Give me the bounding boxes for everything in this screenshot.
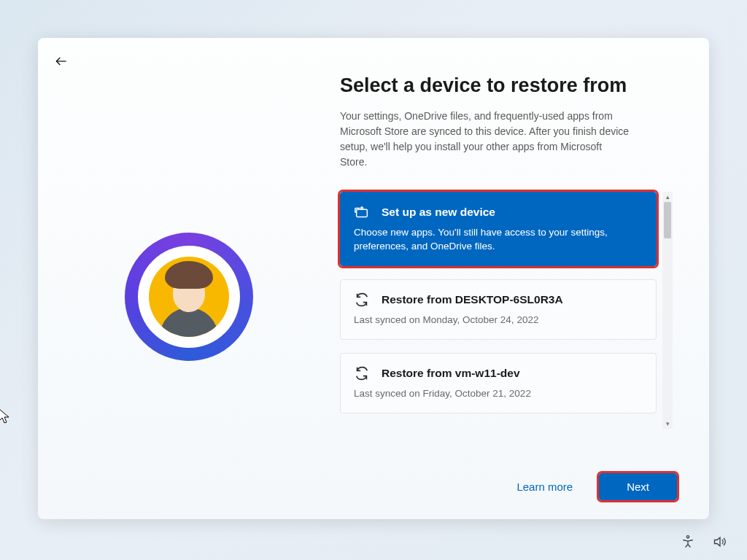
next-button[interactable]: Next xyxy=(599,473,677,500)
page-title: Select a device to restore from xyxy=(340,74,673,97)
scroll-up-icon[interactable]: ▴ xyxy=(666,192,670,202)
volume-button[interactable] xyxy=(712,534,728,550)
content-area: Select a device to restore from Your set… xyxy=(38,38,709,519)
taskbar-tray xyxy=(680,534,728,550)
svg-point-3 xyxy=(686,536,689,538)
option-title: Restore from DESKTOP-6SL0R3A xyxy=(382,293,563,306)
option-new-device[interactable]: Set up as new device Choose new apps. Yo… xyxy=(340,192,657,266)
setup-window: Select a device to restore from Your set… xyxy=(38,38,709,519)
device-options-list: Set up as new device Choose new apps. Yo… xyxy=(340,192,659,429)
illustration-pane xyxy=(38,74,340,519)
learn-more-link[interactable]: Learn more xyxy=(516,481,573,493)
option-title: Restore from vm-w11-dev xyxy=(382,367,520,380)
sync-icon xyxy=(354,292,370,308)
option-desc: Choose new apps. You'll still have acces… xyxy=(354,226,643,254)
accessibility-icon xyxy=(681,534,695,549)
sync-icon xyxy=(354,365,370,381)
svg-marker-4 xyxy=(715,537,721,546)
form-pane: Select a device to restore from Your set… xyxy=(340,74,709,519)
svg-rect-1 xyxy=(357,209,368,217)
option-desc: Last synced on Monday, October 24, 2022 xyxy=(354,314,643,327)
scroll-down-icon[interactable]: ▾ xyxy=(666,419,670,429)
new-device-icon xyxy=(354,204,370,220)
avatar xyxy=(125,233,253,361)
page-subtext: Your settings, OneDrive files, and frequ… xyxy=(340,109,632,170)
options-area: Set up as new device Choose new apps. Yo… xyxy=(340,192,673,429)
option-restore-vm[interactable]: Restore from vm-w11-dev Last synced on F… xyxy=(340,353,657,413)
option-desc: Last synced on Friday, October 21, 2022 xyxy=(354,387,643,401)
volume-icon xyxy=(713,534,727,549)
accessibility-button[interactable] xyxy=(680,534,696,550)
options-scrollbar[interactable]: ▴ ▾ xyxy=(662,192,673,429)
mouse-cursor-icon xyxy=(0,408,12,424)
footer-actions: Learn more Next xyxy=(516,473,677,500)
back-button[interactable] xyxy=(53,52,70,70)
arrow-left-icon xyxy=(54,54,69,69)
option-restore-desktop[interactable]: Restore from DESKTOP-6SL0R3A Last synced… xyxy=(340,279,657,340)
scrollbar-thumb[interactable] xyxy=(664,202,671,238)
option-title: Set up as new device xyxy=(382,206,495,219)
